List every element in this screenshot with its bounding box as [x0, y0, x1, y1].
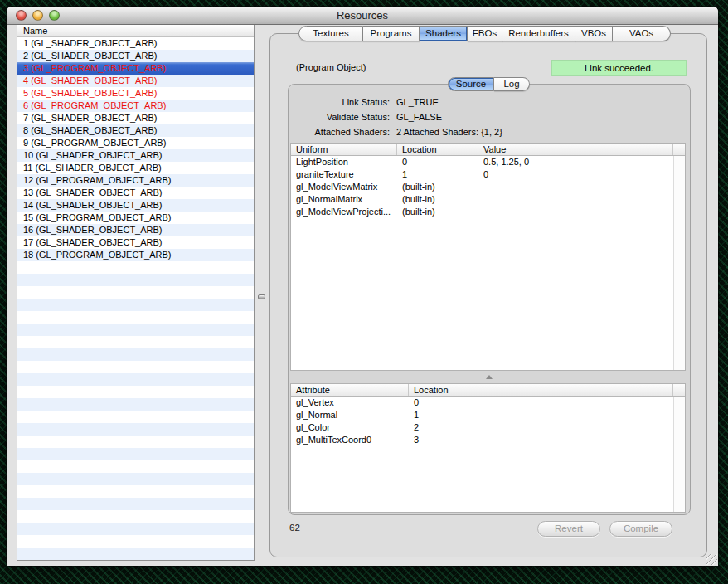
list-item-1[interactable]: 1 (GL_SHADER_OBJECT_ARB) [17, 37, 254, 50]
scrollbar-header-cell [673, 384, 685, 396]
column-header-location[interactable]: Location [397, 144, 478, 155]
resource-list: Name 1 (GL_SHADER_OBJECT_ARB)2 (GL_SHADE… [17, 25, 255, 561]
uniform-table: UniformLocationValue LightPosition00.5, … [290, 143, 686, 371]
compile-button[interactable]: Compile [609, 521, 672, 537]
table-cell: gl_MultiTexCoord0 [291, 434, 409, 446]
table-cell: gl_ModelViewMatrix [291, 181, 397, 193]
list-empty-row [17, 548, 254, 560]
table-cell: LightPosition [291, 156, 397, 168]
table-cell: 0.5, 1.25, 0 [478, 156, 685, 168]
info-label: Link Status: [296, 95, 390, 110]
list-item-11[interactable]: 11 (GL_SHADER_OBJECT_ARB) [17, 162, 254, 174]
info-value: 2 Attached Shaders: {1, 2} [390, 124, 502, 139]
table-row[interactable]: gl_Vertex0 [291, 397, 685, 409]
attribute-table-header: AttributeLocation [291, 384, 685, 397]
info-value: GL_FALSE [390, 110, 442, 124]
close-button[interactable] [16, 10, 27, 21]
table-cell: 1 [397, 168, 478, 181]
window-controls [16, 10, 60, 21]
list-item-18[interactable]: 18 (GL_PROGRAM_OBJECT_ARB) [17, 249, 254, 261]
table-cell: gl_ModelViewProjecti... [291, 206, 397, 218]
table-cell: 2 [409, 421, 685, 434]
list-item-8[interactable]: 8 (GL_SHADER_OBJECT_ARB) [17, 124, 254, 137]
table-cell [478, 193, 685, 206]
subtab-log[interactable]: Log [494, 77, 530, 91]
list-item-17[interactable]: 17 (GL_SHADER_OBJECT_ARB) [17, 236, 254, 249]
desktop-background: { "window": { "title": "Resources" }, "s… [0, 0, 728, 584]
table-row[interactable]: gl_Normal1 [291, 409, 685, 421]
table-row[interactable]: gl_ModelViewProjecti...(built-in) [291, 206, 685, 218]
column-header-location[interactable]: Location [409, 384, 673, 396]
info-label: Validate Status: [296, 110, 390, 124]
minimize-button[interactable] [32, 10, 43, 21]
list-item-16[interactable]: 16 (GL_SHADER_OBJECT_ARB) [17, 224, 254, 236]
subtab-source[interactable]: Source [448, 77, 494, 91]
list-empty-row [17, 324, 254, 336]
tab-textures[interactable]: Textures [298, 26, 363, 41]
list-empty-row [17, 348, 254, 361]
list-empty-row [17, 299, 254, 311]
list-empty-row [17, 423, 254, 436]
list-item-6[interactable]: 6 (GL_PROGRAM_OBJECT_ARB) [17, 100, 254, 112]
table-cell: 1 [409, 409, 685, 421]
window-resize-grip-icon[interactable] [706, 554, 717, 565]
list-empty-row [17, 411, 254, 423]
table-cell: gl_Vertex [291, 397, 409, 409]
attribute-table-scrollbar[interactable] [673, 397, 685, 512]
table-cell: 0 [397, 156, 478, 168]
table-row[interactable]: gl_Color2 [291, 421, 685, 434]
list-empty-row [17, 535, 254, 548]
table-cell: 3 [409, 434, 685, 446]
table-row[interactable]: gl_MultiTexCoord03 [291, 434, 685, 446]
list-item-2[interactable]: 2 (GL_SHADER_OBJECT_ARB) [17, 50, 254, 62]
list-empty-row [17, 336, 254, 348]
list-item-5[interactable]: 5 (GL_SHADER_OBJECT_ARB) [17, 87, 254, 100]
column-header-value[interactable]: Value [478, 144, 673, 155]
list-item-13[interactable]: 13 (GL_SHADER_OBJECT_ARB) [17, 187, 254, 199]
zoom-button[interactable] [49, 10, 60, 21]
list-empty-row [17, 523, 254, 535]
table-row[interactable]: gl_ModelViewMatrix(built-in) [291, 181, 685, 193]
resources-window: Resources Name 1 (GL_SHADER_OBJECT_ARB)2… [7, 7, 718, 566]
tab-fbos[interactable]: FBOs [468, 26, 502, 41]
list-item-7[interactable]: 7 (GL_SHADER_OBJECT_ARB) [17, 112, 254, 124]
table-cell: gl_NormalMatrix [291, 193, 397, 206]
list-item-9[interactable]: 9 (GL_PROGRAM_OBJECT_ARB) [17, 137, 254, 149]
tab-vbos[interactable]: VBOs [575, 26, 613, 41]
table-row[interactable]: LightPosition00.5, 1.25, 0 [291, 156, 685, 168]
tab-shaders[interactable]: Shaders [420, 26, 468, 41]
vertical-splitter[interactable] [255, 25, 269, 561]
column-header-attribute[interactable]: Attribute [291, 384, 409, 396]
table-cell: (built-in) [397, 206, 478, 218]
window-titlebar[interactable]: Resources [7, 7, 718, 25]
list-item-3[interactable]: 3 (GL_PROGRAM_OBJECT_ARB) [17, 62, 254, 75]
list-empty-row [17, 361, 254, 373]
object-type-label: (Program Object) [296, 62, 366, 72]
list-item-4[interactable]: 4 (GL_SHADER_OBJECT_ARB) [17, 75, 254, 87]
table-row[interactable]: graniteTexture10 [291, 168, 685, 181]
resource-count-label: 62 [289, 523, 300, 533]
list-empty-row [17, 498, 254, 510]
tab-renderbuffers[interactable]: Renderbuffers [502, 26, 575, 41]
tab-vaos[interactable]: VAOs [613, 26, 671, 41]
tab-programs[interactable]: Programs [363, 26, 420, 41]
list-item-14[interactable]: 14 (GL_SHADER_OBJECT_ARB) [17, 199, 254, 212]
column-header-uniform[interactable]: Uniform [291, 144, 397, 155]
uniform-table-body: LightPosition00.5, 1.25, 0graniteTexture… [291, 156, 685, 218]
uniform-table-scrollbar[interactable] [673, 156, 685, 370]
table-row[interactable]: gl_NormalMatrix(built-in) [291, 193, 685, 206]
list-item-12[interactable]: 12 (GL_PROGRAM_OBJECT_ARB) [17, 174, 254, 187]
info-row: Validate Status:GL_FALSE [296, 110, 644, 124]
table-cell: 0 [409, 397, 685, 409]
list-empty-row [17, 261, 254, 274]
list-empty-row [17, 398, 254, 411]
revert-button[interactable]: Revert [537, 521, 600, 537]
program-status-info: Link Status:GL_TRUEValidate Status:GL_FA… [296, 95, 644, 139]
list-item-10[interactable]: 10 (GL_SHADER_OBJECT_ARB) [17, 149, 254, 162]
list-item-15[interactable]: 15 (GL_PROGRAM_OBJECT_ARB) [17, 212, 254, 224]
attribute-table-body: gl_Vertex0gl_Normal1gl_Color2gl_MultiTex… [291, 397, 685, 446]
name-column-header[interactable]: Name [17, 25, 254, 37]
list-empty-row [17, 286, 254, 299]
scrollbar-header-cell [673, 144, 685, 155]
table-splitter-grip-icon[interactable] [484, 374, 494, 381]
